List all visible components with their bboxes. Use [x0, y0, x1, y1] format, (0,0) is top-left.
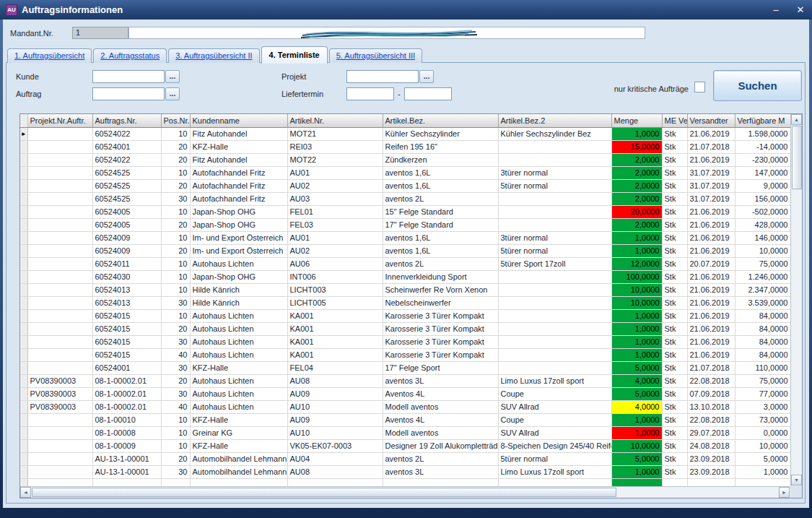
cell-artikel-bez[interactable]: Aventos 4L [383, 387, 498, 400]
cell-verfuegbare-menge[interactable]: 147,0000 [735, 166, 790, 179]
row-selector-cell[interactable] [20, 439, 27, 452]
row-selector-cell[interactable] [20, 426, 27, 439]
cell-me[interactable]: Stk [662, 244, 687, 257]
cell-me[interactable] [662, 478, 687, 486]
auftrag-browse-button[interactable]: ... [165, 87, 180, 100]
cell-versandtermin[interactable]: 21.06.2019 [687, 296, 735, 309]
cell-auftrags-nr[interactable]: 60524030 [92, 270, 161, 283]
row-selector-cell[interactable] [20, 465, 27, 478]
cell-kundenname[interactable]: Hilde Känrich [190, 296, 287, 309]
cell-kundenname[interactable]: Im- und Export Österreich [190, 231, 287, 244]
table-row[interactable]: 6052402220Fitz AutohandelMOT22Zündkerzen… [20, 153, 790, 166]
cell-pos-nr[interactable]: 10 [161, 257, 190, 270]
cell-verfuegbare-menge[interactable]: 1.246,0000 [735, 270, 790, 283]
cell-pos-nr[interactable]: 20 [161, 218, 190, 231]
suchen-button[interactable]: Suchen [713, 70, 802, 101]
cell-verfuegbare-menge[interactable]: 2.347,0000 [735, 283, 790, 296]
row-selector-cell[interactable] [20, 231, 27, 244]
cell-versandtermin[interactable]: 21.06.2019 [687, 309, 735, 322]
cell-artikel-nr[interactable]: KA001 [287, 322, 383, 335]
cell-auftrags-nr[interactable]: 60524015 [92, 309, 161, 322]
cell-artikel-bez-2[interactable]: Coupe [498, 413, 611, 426]
cell-kundenname[interactable]: Fitz Autohandel [190, 153, 287, 166]
table-row[interactable]: 6052452520Autofachhandel FritzAU02avento… [20, 179, 790, 192]
cell-projekt-nr[interactable] [27, 309, 92, 322]
cell-me[interactable]: Stk [662, 270, 687, 283]
row-selector-cell[interactable] [20, 244, 27, 257]
cell-auftrags-nr[interactable] [92, 478, 161, 486]
cell-auftrags-nr[interactable]: 08-1-00002.01 [92, 374, 161, 387]
cell-me[interactable]: Stk [662, 361, 687, 374]
column-header-artikel-bez[interactable]: Artikel.Bez. [383, 114, 498, 127]
cell-kundenname[interactable]: Autofachhandel Fritz [190, 166, 287, 179]
table-row[interactable]: 6052401540Autohaus LichtenKA001Karosseri… [20, 348, 790, 361]
table-row[interactable]: ►6052402210Fitz AutohandelMOT21Kühler Se… [20, 127, 790, 140]
cell-menge[interactable]: 1,0000 [611, 465, 662, 478]
cell-pos-nr[interactable]: 10 [161, 439, 190, 452]
cell-artikel-bez-2[interactable]: Limo Luxus 17zoll sport [498, 374, 611, 387]
cell-artikel-nr[interactable]: AU09 [287, 387, 383, 400]
cell-me[interactable]: Stk [662, 439, 687, 452]
cell-projekt-nr[interactable] [27, 335, 92, 348]
row-selector-cell[interactable] [20, 218, 27, 231]
cell-verfuegbare-menge[interactable]: 10,0000 [735, 439, 790, 452]
cell-artikel-bez-2[interactable] [498, 348, 611, 361]
cell-artikel-nr[interactable] [287, 478, 383, 486]
cell-artikel-nr[interactable]: KA001 [287, 348, 383, 361]
cell-verfuegbare-menge[interactable] [735, 478, 790, 486]
cell-projekt-nr[interactable] [27, 413, 92, 426]
cell-versandtermin[interactable]: 23.09.2018 [687, 452, 735, 465]
cell-artikel-bez-2[interactable]: Limo Luxus 17zoll sport [498, 465, 611, 478]
cell-kundenname[interactable]: Japan-Shop OHG [190, 270, 287, 283]
cell-pos-nr[interactable]: 40 [161, 348, 190, 361]
cell-me[interactable]: Stk [662, 413, 687, 426]
cell-artikel-bez-2[interactable]: 8-Speichen Design 245/40 Reife [498, 439, 611, 452]
cell-pos-nr[interactable]: 10 [161, 283, 190, 296]
cell-projekt-nr[interactable] [27, 426, 92, 439]
cell-me[interactable]: Stk [662, 400, 687, 413]
cell-menge[interactable]: 5,0000 [611, 361, 662, 374]
cell-artikel-bez[interactable]: Reifen 195 16" [383, 140, 498, 153]
cell-auftrags-nr[interactable]: 60524525 [92, 166, 161, 179]
cell-artikel-bez[interactable]: aventos 1,6L [383, 244, 498, 257]
cell-artikel-bez[interactable]: Innenverkleidung Sport [383, 270, 498, 283]
cell-projekt-nr[interactable] [27, 257, 92, 270]
row-selector-cell[interactable] [20, 166, 27, 179]
cell-me[interactable]: Stk [662, 231, 687, 244]
cell-artikel-bez[interactable]: aventos 2L [383, 257, 498, 270]
cell-me[interactable]: Stk [662, 426, 687, 439]
cell-artikel-bez-2[interactable] [498, 192, 611, 205]
cell-me[interactable]: Stk [662, 153, 687, 166]
cell-verfuegbare-menge[interactable]: 84,0000 [735, 348, 790, 361]
table-row[interactable]: 08-1-0000810Greinar KGAU10Modell aventos… [20, 426, 790, 439]
projekt-browse-button[interactable]: ... [419, 70, 434, 83]
cell-projekt-nr[interactable] [27, 244, 92, 257]
cell-artikel-bez[interactable]: Zündkerzen [383, 153, 498, 166]
cell-auftrags-nr[interactable]: 60524013 [92, 296, 161, 309]
cell-pos-nr[interactable]: 20 [161, 140, 190, 153]
cell-artikel-nr[interactable]: LICHT003 [287, 283, 383, 296]
cell-pos-nr[interactable]: 20 [161, 179, 190, 192]
row-selector-cell[interactable] [20, 140, 27, 153]
table-row[interactable]: 6052401330Hilde KänrichLICHT005Nebelsche… [20, 296, 790, 309]
table-row[interactable]: 6052400130KFZ-HalleFEL0417" Felge Sport5… [20, 361, 790, 374]
cell-kundenname[interactable]: KFZ-Halle [190, 140, 287, 153]
cell-menge[interactable]: 1,0000 [611, 231, 662, 244]
cell-pos-nr[interactable]: 20 [161, 322, 190, 335]
cell-artikel-bez-2[interactable]: 5türer Sport 17zoll [498, 257, 611, 270]
table-row[interactable] [20, 478, 790, 486]
cell-menge[interactable]: 1,0000 [611, 244, 662, 257]
cell-menge[interactable]: 2,0000 [611, 179, 662, 192]
cell-versandtermin[interactable]: 31.07.2019 [687, 166, 735, 179]
cell-kundenname[interactable]: Hilde Känrich [190, 283, 287, 296]
cell-versandtermin[interactable] [687, 478, 735, 486]
cell-auftrags-nr[interactable]: 08-1-00009 [92, 439, 161, 452]
cell-projekt-nr[interactable] [27, 478, 92, 486]
cell-versandtermin[interactable]: 29.07.2018 [687, 426, 735, 439]
cell-kundenname[interactable]: Japan-Shop OHG [190, 218, 287, 231]
cell-me[interactable]: Stk [662, 465, 687, 478]
cell-artikel-bez[interactable]: aventos 1,6L [383, 179, 498, 192]
cell-pos-nr[interactable]: 10 [161, 413, 190, 426]
title-bar[interactable]: AU Auftragsinformationen – ✕ [0, 0, 812, 20]
cell-menge[interactable]: 1,0000 [611, 322, 662, 335]
